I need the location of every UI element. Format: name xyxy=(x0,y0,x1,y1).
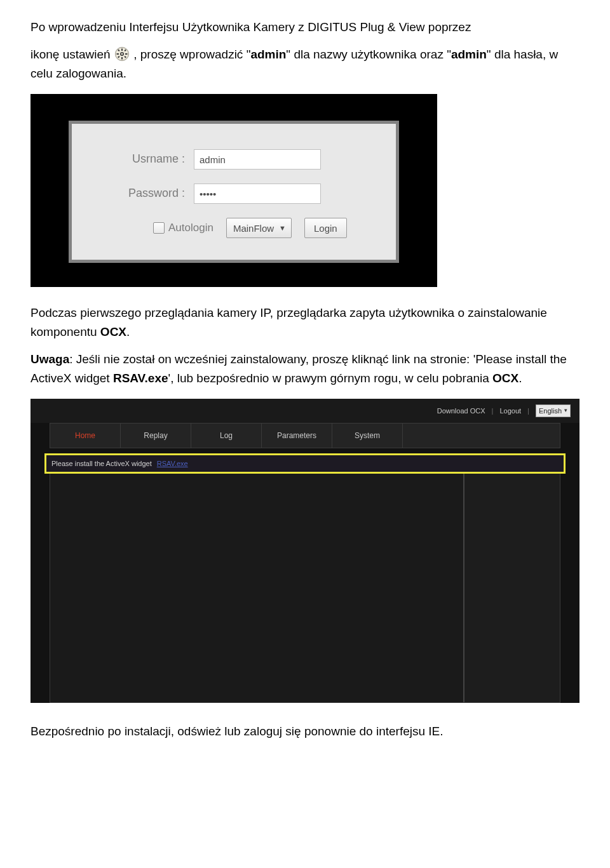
svg-rect-4 xyxy=(116,53,119,55)
camera-view-area xyxy=(50,474,463,702)
camera-interface-screenshot: Download OCX | Logout | English ▾ Home R… xyxy=(30,399,580,703)
login-box: Usrname : Password : Autologin MainFlow … xyxy=(69,121,399,263)
username-label: Usrname : xyxy=(102,150,194,168)
paragraph-intro-line2: ikonę ustawień , proszę wprowadzić "admi… xyxy=(30,45,580,83)
text-bold: admin xyxy=(250,48,286,61)
camera-side-panel xyxy=(463,474,560,702)
text-bold: Uwaga xyxy=(30,352,69,366)
tab-system[interactable]: System xyxy=(332,424,403,448)
chevron-down-icon: ▼ xyxy=(279,223,286,234)
text-bold: admin xyxy=(451,48,487,61)
login-screenshot: Usrname : Password : Autologin MainFlow … xyxy=(30,94,437,287)
text-bold: OCX xyxy=(492,371,518,385)
camera-topbar: Download OCX | Logout | English ▾ xyxy=(30,399,580,423)
checkbox-icon xyxy=(153,222,165,234)
text: . xyxy=(126,325,130,338)
separator: | xyxy=(527,406,529,417)
tab-replay[interactable]: Replay xyxy=(121,424,191,448)
autologin-label: Autologin xyxy=(168,220,214,236)
download-ocx-link[interactable]: Download OCX xyxy=(437,406,485,417)
login-button[interactable]: Login xyxy=(304,218,347,238)
paragraph-intro-line1: Po wprowadzeniu Interfejsu Użytkownika K… xyxy=(30,18,580,36)
password-input[interactable] xyxy=(194,184,321,204)
rsav-exe-link[interactable]: RSAV.exe xyxy=(157,458,188,469)
svg-point-1 xyxy=(121,53,123,55)
text-bold: OCX xyxy=(100,325,126,338)
stream-select[interactable]: MainFlow ▼ xyxy=(226,218,292,238)
chevron-down-icon: ▾ xyxy=(564,406,567,415)
username-input[interactable] xyxy=(194,149,321,170)
language-value: English xyxy=(539,406,562,417)
text: , proszę wprowadzić " xyxy=(133,48,250,61)
paragraph-ocx: Podczas pierwszego przeglądania kamery I… xyxy=(30,304,580,341)
svg-rect-3 xyxy=(121,57,123,60)
password-label: Password : xyxy=(102,185,194,203)
camera-body xyxy=(50,474,560,703)
paragraph-after-install: Bezpośrednio po instalacji, odśwież lub … xyxy=(30,722,580,740)
logout-link[interactable]: Logout xyxy=(499,406,521,417)
autologin-checkbox[interactable]: Autologin xyxy=(153,220,214,236)
separator: | xyxy=(492,406,494,417)
ocx-message: Please install the ActiveX widget xyxy=(51,458,152,469)
text: ', lub bezpośrednio w prawym górnym rogu… xyxy=(168,371,493,385)
login-button-label: Login xyxy=(314,221,337,236)
svg-rect-2 xyxy=(121,49,123,51)
text: ikonę ustawień xyxy=(30,48,114,61)
gear-icon xyxy=(114,46,130,62)
camera-tabs: Home Replay Log Parameters System xyxy=(50,423,560,448)
stream-value: MainFlow xyxy=(233,221,274,236)
svg-rect-5 xyxy=(125,53,128,55)
tab-home[interactable]: Home xyxy=(50,424,121,448)
text: . xyxy=(518,371,522,385)
tab-log[interactable]: Log xyxy=(191,424,262,448)
paragraph-uwaga: Uwaga: Jeśli nie został on wcześniej zai… xyxy=(30,350,580,387)
language-select[interactable]: English ▾ xyxy=(536,404,571,417)
text: " dla nazwy użytkownika oraz " xyxy=(286,48,451,61)
ocx-install-bar: Please install the ActiveX widget RSAV.e… xyxy=(44,453,566,474)
text-bold: RSAV.exe xyxy=(113,371,168,385)
tab-parameters[interactable]: Parameters xyxy=(262,424,332,448)
